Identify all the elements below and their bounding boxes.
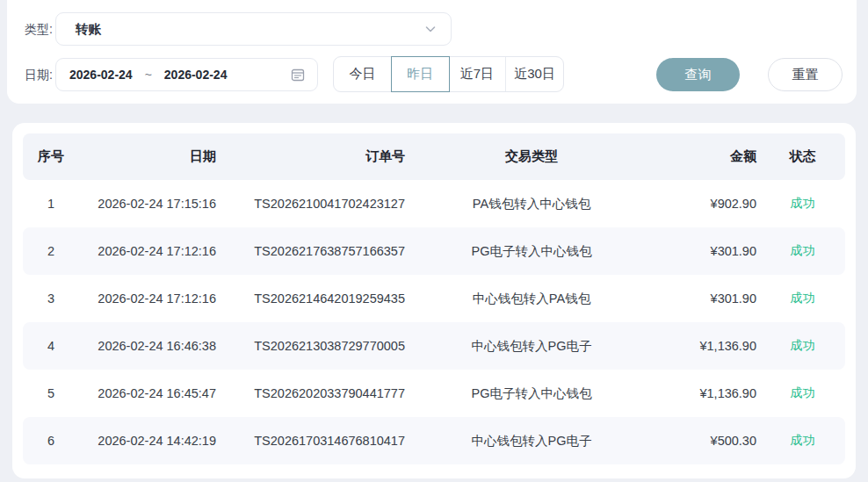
cell-index: 2	[23, 244, 79, 258]
cell-order-no: TS2026217638757166357	[220, 244, 409, 258]
type-label: 类型:	[25, 12, 53, 46]
cell-index: 6	[23, 434, 79, 448]
column-header-amount: 金额	[655, 148, 760, 165]
table-row: 5 2026-02-24 16:45:47 TS2026202033790441…	[23, 370, 845, 417]
cell-amount: ¥902.90	[655, 197, 760, 211]
cell-index: 1	[23, 197, 79, 211]
date-label: 日期:	[25, 58, 53, 91]
date-end-value: 2026-02-24	[164, 68, 228, 82]
type-select[interactable]: 转账	[55, 12, 452, 46]
cell-transaction-type: 中心钱包转入PG电子	[409, 433, 655, 450]
table-body: 1 2026-02-24 17:15:16 TS2026210041702423…	[23, 180, 845, 464]
cell-date: 2026-02-24 16:45:47	[79, 386, 220, 400]
date-range-separator: ~	[145, 68, 152, 82]
cell-amount: ¥301.90	[655, 244, 760, 258]
table-row: 6 2026-02-24 14:42:19 TS2026170314676810…	[23, 417, 845, 464]
cell-transaction-type: 中心钱包转入PG电子	[409, 338, 655, 355]
cell-status: 成功	[760, 243, 845, 259]
cell-order-no: TS2026210041702423127	[220, 197, 409, 211]
cell-transaction-type: PG电子转入中心钱包	[409, 243, 655, 260]
table-row: 1 2026-02-24 17:15:16 TS2026210041702423…	[23, 180, 845, 227]
quick-range-7days[interactable]: 近7日	[449, 57, 507, 91]
transactions-table: 序号 日期 订单号 交易类型 金额 状态 1 2026-02-24 17:15:…	[12, 123, 856, 478]
cell-order-no: TS2026202033790441777	[220, 386, 409, 400]
cell-transaction-type: PG电子转入中心钱包	[409, 385, 655, 402]
cell-status: 成功	[760, 291, 845, 306]
cell-date: 2026-02-24 17:12:16	[79, 291, 220, 306]
cell-index: 4	[23, 339, 79, 353]
cell-amount: ¥301.90	[655, 291, 760, 306]
reset-button[interactable]: 重置	[768, 58, 843, 91]
chevron-down-icon	[424, 23, 437, 35]
column-header-order: 订单号	[220, 148, 409, 165]
cell-transaction-type: PA钱包转入中心钱包	[409, 196, 655, 212]
column-header-status: 状态	[760, 148, 845, 165]
cell-index: 5	[23, 386, 79, 400]
type-select-value: 转账	[76, 21, 424, 38]
table-row: 3 2026-02-24 17:12:16 TS2026214642019259…	[23, 275, 845, 322]
table-row: 4 2026-02-24 16:46:38 TS2026213038729770…	[23, 322, 845, 370]
column-header-index: 序号	[23, 148, 79, 165]
date-start-value: 2026-02-24	[69, 68, 133, 82]
quick-range-30days[interactable]: 近30日	[506, 57, 563, 91]
quick-date-range-group: 今日 昨日 近7日 近30日	[333, 56, 564, 92]
table-header-row: 序号 日期 订单号 交易类型 金额 状态	[23, 133, 845, 180]
column-header-date: 日期	[79, 148, 220, 165]
quick-range-yesterday[interactable]: 昨日	[391, 56, 450, 92]
table-row: 2 2026-02-24 17:12:16 TS2026217638757166…	[23, 227, 845, 275]
filter-panel: 类型: 转账 日期: 2026-02-24 ~ 2026-02-24 今日 昨日…	[7, 0, 857, 104]
cell-date: 2026-02-24 14:42:19	[79, 434, 220, 448]
calendar-icon	[291, 68, 305, 82]
cell-status: 成功	[760, 338, 845, 354]
cell-order-no: TS2026170314676810417	[220, 434, 409, 448]
cell-amount: ¥1,136.90	[655, 386, 760, 400]
cell-date: 2026-02-24 17:15:16	[79, 197, 220, 211]
cell-date: 2026-02-24 16:46:38	[79, 339, 220, 353]
cell-status: 成功	[760, 385, 845, 401]
cell-index: 3	[23, 291, 79, 306]
cell-amount: ¥1,136.90	[655, 339, 760, 353]
quick-range-today[interactable]: 今日	[334, 57, 392, 91]
cell-transaction-type: 中心钱包转入PA钱包	[409, 291, 655, 307]
cell-order-no: TS2026214642019259435	[220, 291, 409, 306]
cell-amount: ¥500.30	[655, 434, 760, 448]
query-button[interactable]: 查询	[656, 58, 740, 91]
column-header-type: 交易类型	[409, 148, 655, 165]
cell-status: 成功	[760, 196, 845, 212]
cell-status: 成功	[760, 433, 845, 449]
cell-order-no: TS2026213038729770005	[220, 339, 409, 353]
cell-date: 2026-02-24 17:12:16	[79, 244, 220, 258]
date-range-picker[interactable]: 2026-02-24 ~ 2026-02-24	[55, 58, 318, 91]
